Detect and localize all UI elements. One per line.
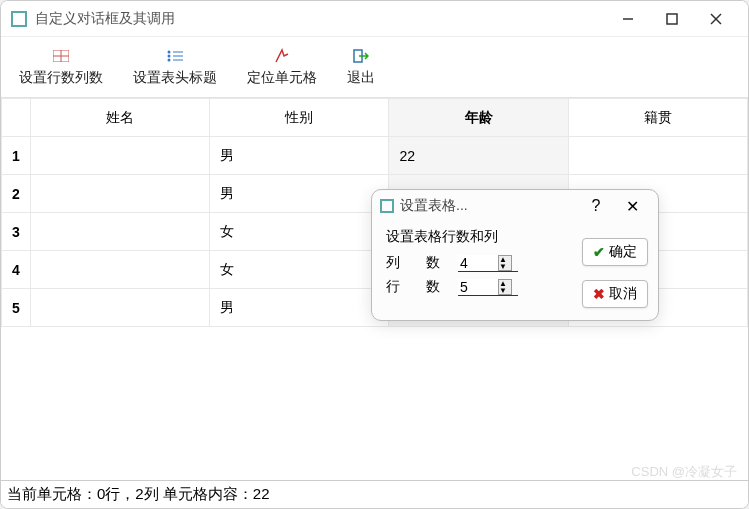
dialog-close-button[interactable]: ✕ — [614, 197, 650, 216]
grid-icon — [52, 47, 70, 65]
table-cell[interactable] — [30, 251, 209, 289]
toolbar: 设置行数列数 设置表头标题 定位单元格 退出 — [1, 37, 748, 98]
exit-icon — [352, 47, 370, 65]
column-header[interactable]: 年龄 — [389, 99, 568, 137]
titlebar: 自定义对话框及其调用 — [1, 1, 748, 37]
settings-dialog: 设置表格... ? ✕ 设置表格行数和列 列 数 ▲▼ 行 数 ▲▼ ✔确 — [371, 189, 659, 321]
table-cell[interactable]: 男 — [210, 175, 389, 213]
table-row: 1男22 — [2, 137, 748, 175]
corner-header — [2, 99, 31, 137]
app-icon — [11, 11, 27, 27]
row-header[interactable]: 2 — [2, 175, 31, 213]
col-label: 列 数 — [386, 254, 452, 272]
column-header[interactable]: 性别 — [210, 99, 389, 137]
row-header[interactable]: 1 — [2, 137, 31, 175]
table-cell[interactable] — [30, 137, 209, 175]
dialog-icon — [380, 199, 394, 213]
svg-rect-1 — [667, 14, 677, 24]
svg-point-7 — [168, 51, 171, 54]
x-icon: ✖ — [593, 286, 605, 302]
table-cell[interactable] — [30, 289, 209, 327]
column-input[interactable] — [458, 255, 498, 271]
close-button[interactable] — [694, 4, 738, 34]
row-header[interactable]: 4 — [2, 251, 31, 289]
row-header[interactable]: 3 — [2, 213, 31, 251]
cancel-button[interactable]: ✖取消 — [582, 280, 648, 308]
dialog-title: 设置表格... — [400, 197, 578, 215]
check-icon: ✔ — [593, 244, 605, 260]
svg-point-9 — [168, 59, 171, 62]
dialog-titlebar: 设置表格... ? ✕ — [372, 190, 658, 222]
column-header[interactable]: 籍贯 — [568, 99, 747, 137]
spin-arrows-icon[interactable]: ▲▼ — [498, 279, 512, 295]
target-icon — [273, 47, 291, 65]
table-cell[interactable]: 22 — [389, 137, 568, 175]
window-title: 自定义对话框及其调用 — [35, 10, 606, 28]
set-rows-cols-button[interactable]: 设置行数列数 — [9, 43, 113, 91]
set-headers-button[interactable]: 设置表头标题 — [123, 43, 227, 91]
row-input[interactable] — [458, 279, 498, 295]
toolbar-label: 设置表头标题 — [133, 69, 217, 87]
help-button[interactable]: ? — [578, 197, 614, 215]
spin-arrows-icon[interactable]: ▲▼ — [498, 255, 512, 271]
toolbar-label: 退出 — [347, 69, 375, 87]
status-text: 当前单元格：0行，2列 单元格内容：22 — [7, 485, 270, 504]
ok-label: 确定 — [609, 243, 637, 261]
row-label: 行 数 — [386, 278, 452, 296]
table-cell[interactable]: 女 — [210, 213, 389, 251]
toolbar-label: 设置行数列数 — [19, 69, 103, 87]
column-header[interactable]: 姓名 — [30, 99, 209, 137]
table-cell[interactable]: 男 — [210, 137, 389, 175]
ok-button[interactable]: ✔确定 — [582, 238, 648, 266]
locate-cell-button[interactable]: 定位单元格 — [237, 43, 327, 91]
table-cell[interactable] — [30, 175, 209, 213]
exit-button[interactable]: 退出 — [337, 43, 385, 91]
status-bar: 当前单元格：0行，2列 单元格内容：22 — [1, 480, 748, 508]
table-cell[interactable] — [30, 213, 209, 251]
table-cell[interactable]: 男 — [210, 289, 389, 327]
row-spinbox[interactable]: ▲▼ — [458, 279, 518, 296]
row-header[interactable]: 5 — [2, 289, 31, 327]
cancel-label: 取消 — [609, 285, 637, 303]
table-cell[interactable]: 女 — [210, 251, 389, 289]
table-cell[interactable] — [568, 137, 747, 175]
column-spinbox[interactable]: ▲▼ — [458, 255, 518, 272]
toolbar-label: 定位单元格 — [247, 69, 317, 87]
svg-point-8 — [168, 55, 171, 58]
dialog-heading: 设置表格行数和列 — [386, 228, 582, 246]
list-icon — [166, 47, 184, 65]
maximize-button[interactable] — [650, 4, 694, 34]
minimize-button[interactable] — [606, 4, 650, 34]
